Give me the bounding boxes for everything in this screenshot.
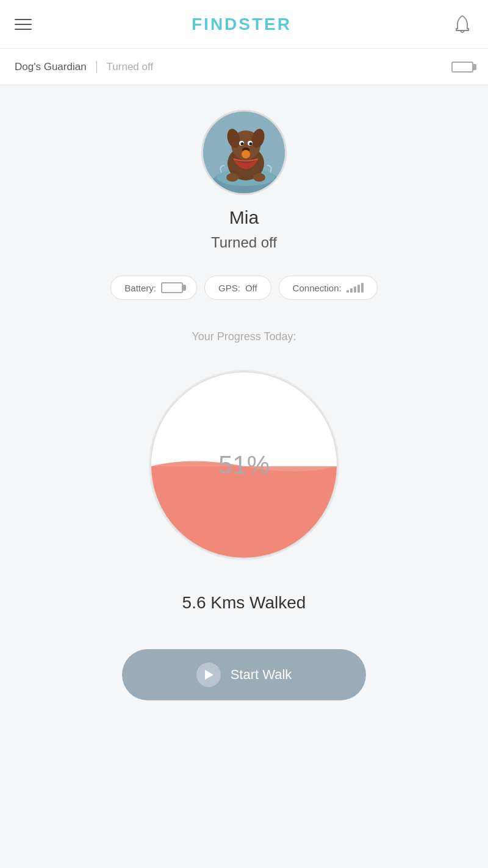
progress-section: Your Progress Today: 51% <box>15 330 473 700</box>
svg-point-10 <box>249 143 253 146</box>
progress-label: Your Progress Today: <box>192 330 296 343</box>
play-triangle <box>205 670 214 680</box>
battery-pill-label: Battery: <box>124 283 156 293</box>
pet-name: Mia <box>229 207 259 228</box>
guardian-label: Dog's Guardian <box>15 61 87 73</box>
pet-avatar <box>201 110 287 195</box>
status-bar: Dog's Guardian Turned off <box>0 49 488 85</box>
svg-point-9 <box>241 143 244 146</box>
svg-point-12 <box>242 150 250 158</box>
connection-pill: Connection: <box>279 276 378 300</box>
main-content: Mia Turned off Battery: GPS: Off Connect… <box>0 85 488 725</box>
start-walk-label: Start Walk <box>231 667 292 683</box>
progress-percent: 51% <box>218 450 270 480</box>
signal-icon <box>346 283 364 293</box>
progress-circle-container: 51% <box>140 361 348 569</box>
notification-button[interactable] <box>451 13 473 35</box>
play-icon <box>196 663 221 687</box>
kms-walked: 5.6 Kms Walked <box>182 593 306 613</box>
app-logo: FINDSTER <box>192 15 292 34</box>
connection-label: Connection: <box>293 283 342 293</box>
svg-point-13 <box>226 173 239 182</box>
status-pills: Battery: GPS: Off Connection: <box>110 276 377 300</box>
menu-button[interactable] <box>15 19 32 30</box>
gps-pill: GPS: Off <box>204 276 271 300</box>
pet-device-status: Turned off <box>211 234 277 251</box>
device-status-header: Turned off <box>107 61 154 73</box>
start-walk-button[interactable]: Start Walk <box>122 649 366 700</box>
battery-icon-pill <box>161 282 183 293</box>
svg-point-14 <box>253 173 265 182</box>
battery-icon-header <box>451 61 473 73</box>
status-divider <box>96 61 97 73</box>
battery-pill: Battery: <box>110 276 197 300</box>
gps-value: Off <box>245 283 257 293</box>
gps-label: GPS: <box>218 283 240 293</box>
app-header: FINDSTER <box>0 0 488 49</box>
